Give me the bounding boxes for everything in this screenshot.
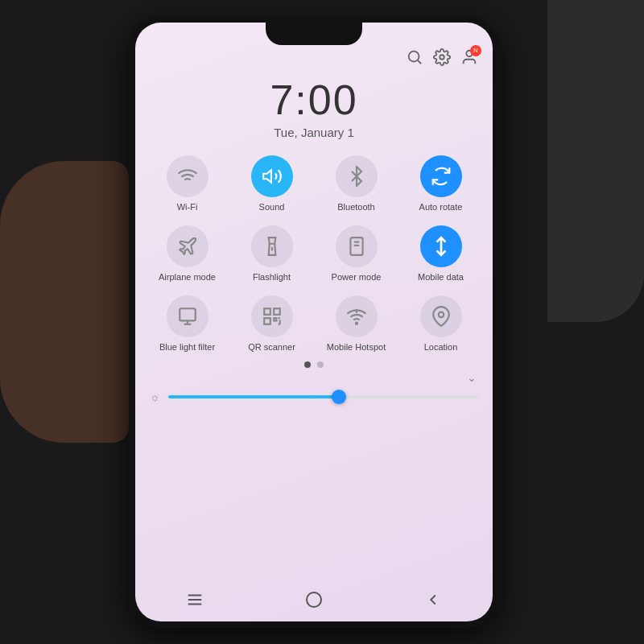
notification-icon[interactable] bbox=[460, 48, 478, 66]
sound-circle bbox=[251, 155, 293, 197]
brightness-thumb[interactable] bbox=[332, 390, 346, 404]
location-circle bbox=[420, 295, 462, 337]
hotspot-label: Mobile Hotspot bbox=[327, 342, 386, 353]
svg-point-21 bbox=[355, 323, 357, 324]
toggle-powermode[interactable]: Power mode bbox=[317, 225, 395, 283]
chevron-down[interactable]: ⌄ bbox=[135, 371, 493, 384]
svg-rect-15 bbox=[274, 309, 280, 316]
toggle-airplane[interactable]: Airplane mode bbox=[148, 225, 226, 283]
hand-background bbox=[0, 161, 129, 443]
bluelight-label: Blue light filter bbox=[159, 342, 215, 353]
powermode-label: Power mode bbox=[332, 272, 382, 283]
page-dots bbox=[135, 361, 493, 368]
svg-rect-16 bbox=[264, 319, 270, 325]
search-icon[interactable] bbox=[406, 48, 423, 66]
wifi-circle bbox=[167, 155, 208, 197]
nav-bar bbox=[135, 584, 493, 621]
bluetooth-circle bbox=[336, 155, 378, 197]
svg-point-3 bbox=[466, 51, 472, 56]
home-icon[interactable] bbox=[304, 590, 324, 613]
right-background bbox=[547, 0, 644, 322]
autorotate-label: Auto rotate bbox=[419, 202, 463, 213]
notch bbox=[266, 23, 362, 45]
clock-date: Tue, January 1 bbox=[274, 126, 354, 139]
qrscanner-circle bbox=[251, 295, 293, 337]
svg-point-27 bbox=[307, 592, 321, 607]
toggle-qrscanner[interactable]: QR scanner bbox=[233, 295, 311, 353]
bluetooth-label: Bluetooth bbox=[337, 202, 374, 213]
airplane-label: Airplane mode bbox=[159, 272, 216, 283]
scene: 7:00 Tue, January 1 Wi-Fi bbox=[0, 0, 644, 644]
page-dot-1[interactable] bbox=[304, 361, 311, 368]
back-icon[interactable] bbox=[424, 591, 442, 613]
toggles-row-2: Airplane mode Flashlight bbox=[135, 225, 493, 283]
toggles-row-1: Wi-Fi Sound bbox=[135, 155, 493, 213]
sound-label: Sound bbox=[259, 202, 285, 213]
bluelight-circle bbox=[167, 295, 208, 337]
mobiledata-circle bbox=[420, 225, 462, 267]
toggles-row-3: Blue light filter bbox=[135, 295, 493, 353]
toggle-bluelight[interactable]: Blue light filter bbox=[148, 295, 226, 353]
recent-apps-icon[interactable] bbox=[186, 591, 204, 613]
toggle-wifi[interactable]: Wi-Fi bbox=[148, 155, 226, 213]
location-label: Location bbox=[424, 342, 458, 353]
svg-point-2 bbox=[440, 55, 444, 60]
mobiledata-label: Mobile data bbox=[418, 272, 464, 283]
svg-rect-11 bbox=[180, 309, 196, 321]
flashlight-label: Flashlight bbox=[253, 272, 291, 283]
svg-rect-14 bbox=[264, 309, 270, 316]
powermode-circle bbox=[336, 225, 378, 267]
toggle-location[interactable]: Location bbox=[402, 295, 480, 353]
svg-line-1 bbox=[418, 60, 421, 64]
brightness-slider[interactable] bbox=[168, 395, 478, 398]
page-dot-2[interactable] bbox=[317, 361, 324, 368]
toggle-autorotate[interactable]: Auto rotate bbox=[402, 155, 480, 213]
phone-screen: 7:00 Tue, January 1 Wi-Fi bbox=[135, 23, 493, 621]
svg-marker-5 bbox=[263, 170, 271, 182]
clock-area: 7:00 Tue, January 1 bbox=[135, 69, 493, 152]
toggle-bluetooth[interactable]: Bluetooth bbox=[317, 155, 395, 213]
svg-rect-17 bbox=[274, 319, 276, 321]
settings-icon[interactable] bbox=[433, 48, 451, 66]
toggle-sound[interactable]: Sound bbox=[233, 155, 311, 213]
svg-point-0 bbox=[409, 52, 419, 62]
hotspot-circle bbox=[336, 295, 378, 337]
flashlight-circle bbox=[251, 225, 293, 267]
clock-time: 7:00 bbox=[270, 76, 357, 124]
toggle-flashlight[interactable]: Flashlight bbox=[233, 225, 311, 283]
phone-body: 7:00 Tue, January 1 Wi-Fi bbox=[129, 16, 499, 628]
toggle-mobiledata[interactable]: Mobile data bbox=[402, 225, 480, 283]
qrscanner-label: QR scanner bbox=[248, 342, 295, 353]
toggle-hotspot[interactable]: Mobile Hotspot bbox=[317, 295, 395, 353]
brightness-low-icon: ☼ bbox=[150, 390, 160, 403]
wifi-label: Wi-Fi bbox=[177, 202, 198, 213]
brightness-row: ☼ bbox=[135, 387, 493, 411]
svg-point-23 bbox=[438, 312, 444, 318]
autorotate-circle bbox=[420, 155, 462, 197]
airplane-circle bbox=[167, 225, 208, 267]
